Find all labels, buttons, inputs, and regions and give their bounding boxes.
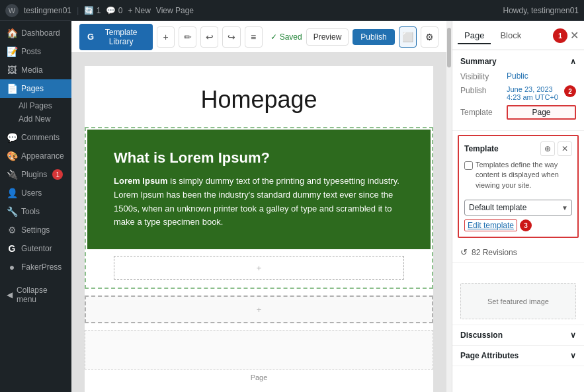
scroll-indicator[interactable] [446, 21, 452, 392]
right-panel: Page Block 1 ✕ Summary ∧ Visibility Publ… [452, 21, 584, 392]
set-featured-image-button[interactable]: Set featured image [460, 283, 576, 319]
admin-bar-viewpage[interactable]: View Page [156, 6, 194, 15]
add-block-area-1[interactable]: + [114, 256, 404, 280]
sidebar-item-appearance[interactable]: 🎨 Appearance [0, 147, 71, 165]
editor-toolbar: G Template Library + ✏ ↩ ↪ ≡ ✓ Saved Pre… [71, 21, 446, 53]
page-view-button[interactable]: ⬜ [399, 26, 417, 48]
template-new-button[interactable]: ⊕ [540, 141, 555, 156]
sidebar-item-comments[interactable]: 💬 Comments [0, 128, 71, 147]
editor-content[interactable]: Homepage What is Lorem Ipsum? Lorem Ipsu… [71, 53, 446, 392]
template-select-wrap: Default template Page Full Width ▼ [464, 200, 572, 216]
template-summary-label: Template [460, 108, 507, 117]
publish-button[interactable]: Publish [353, 29, 394, 45]
plugins-badge: 1 [52, 169, 63, 180]
template-close-button[interactable]: ✕ [558, 141, 572, 156]
discussion-label: Discussion [460, 331, 503, 340]
separator1: | [77, 5, 79, 15]
collapse-menu[interactable]: ◀ Collapse menu [0, 282, 71, 308]
sidebar: 🏠 Dashboard 📝 Posts 🖼 Media 📄 Pages All … [0, 21, 71, 392]
sidebar-item-users[interactable]: 👤 Users [0, 184, 71, 202]
wp-logo: W [5, 4, 19, 17]
featured-image-chevron: ∧ [570, 268, 576, 278]
summary-label: Summary [460, 57, 497, 66]
gutentor-icon: G [7, 243, 17, 254]
edit-template-link[interactable]: Edit template [464, 219, 517, 231]
collapse-label: Collapse menu [17, 286, 65, 304]
sidebar-label-dashboard: Dashboard [21, 28, 60, 38]
sidebar-item-fakerpress[interactable]: ● FakerPress [0, 258, 71, 276]
summary-chevron: ∧ [570, 57, 576, 66]
add-new-link[interactable]: Add New [19, 112, 71, 126]
comments-icon: 💬 [7, 132, 17, 143]
sidebar-item-tools[interactable]: 🔧 Tools [0, 202, 71, 221]
admin-bar-left: W testingmen01 | 🔄 1 💬 0 + New View Page [5, 4, 497, 17]
appearance-icon: 🎨 [7, 151, 17, 161]
badge-2: 2 [564, 85, 576, 97]
template-summary-row: Template Page [460, 105, 576, 120]
green-section-heading: What is Lorem Ipsum? [114, 149, 404, 167]
list-view-button[interactable]: ≡ [245, 26, 263, 48]
featured-image-title[interactable]: Featured image ∧ [460, 268, 576, 278]
panel-close-button[interactable]: ✕ [570, 29, 579, 42]
scroll-thumb [447, 28, 451, 67]
template-description: Templates define the way content is disp… [476, 160, 572, 190]
template-select[interactable]: Default template Page Full Width [464, 200, 572, 216]
publish-value[interactable]: June 23, 2023 4:23 am UTC+0 [507, 85, 562, 101]
visibility-value[interactable]: Public [507, 71, 576, 81]
template-popup-header: Template ⊕ ✕ [464, 141, 572, 156]
add-block-area-2[interactable]: + [85, 295, 433, 323]
admin-bar-comments[interactable]: 💬 0 [106, 6, 122, 15]
pages-icon: 📄 [7, 83, 17, 94]
fakerpress-icon: ● [7, 262, 17, 272]
sidebar-label-settings: Settings [21, 225, 50, 235]
redo-button[interactable]: ↪ [222, 26, 240, 48]
green-section: What is Lorem Ipsum? Lorem Ipsum is simp… [87, 130, 431, 249]
admin-bar-new[interactable]: + New [128, 6, 151, 15]
all-pages-link[interactable]: All Pages [19, 99, 71, 112]
site-name[interactable]: testingmen01 [24, 6, 71, 15]
sidebar-label-pages: Pages [21, 84, 44, 93]
sidebar-item-plugins[interactable]: 🔌 Plugins 1 [0, 165, 71, 184]
page-attributes-section[interactable]: Page Attributes ∨ [452, 346, 584, 366]
badge-1: 1 [553, 28, 567, 43]
template-popup-title: Template [464, 144, 499, 153]
saved-status: ✓ Saved [271, 32, 302, 42]
revisions-row[interactable]: ↺ 82 Revisions [452, 242, 584, 263]
sidebar-item-pages[interactable]: 📄 Pages [0, 79, 71, 98]
collapse-icon: ◀ [7, 290, 13, 299]
sidebar-label-fakerpress: FakerPress [21, 262, 62, 272]
tab-page[interactable]: Page [458, 28, 491, 44]
sidebar-item-settings[interactable]: ⚙ Settings [0, 221, 71, 239]
publish-row: Publish June 23, 2023 4:23 am UTC+0 2 [460, 85, 576, 101]
sidebar-label-appearance: Appearance [21, 151, 64, 161]
template-summary-value[interactable]: Page [507, 105, 576, 120]
add-block-plus-1: + [257, 263, 262, 273]
user-greeting: Howdy, testingmen01 [503, 6, 579, 15]
tab-block[interactable]: Block [493, 28, 528, 44]
featured-image-section: Featured image ∧ Set featured image [452, 263, 584, 325]
sidebar-item-media[interactable]: 🖼 Media [0, 61, 71, 79]
settings-gear-button[interactable]: ⚙ [421, 26, 438, 48]
edit-button[interactable]: ✏ [179, 26, 196, 48]
summary-title[interactable]: Summary ∧ [460, 57, 576, 66]
undo-button[interactable]: ↩ [200, 26, 218, 48]
posts-icon: 📝 [7, 46, 17, 57]
discussion-section[interactable]: Discussion ∨ [452, 325, 584, 346]
sidebar-item-posts[interactable]: 📝 Posts [0, 42, 71, 61]
pages-submenu: All Pages Add New [0, 98, 71, 128]
add-block-button[interactable]: + [157, 26, 175, 48]
sidebar-item-gutentor[interactable]: G Gutentor [0, 239, 71, 258]
template-library-button[interactable]: G Template Library [79, 24, 153, 50]
admin-bar-updates[interactable]: 🔄 1 [84, 6, 101, 15]
template-library-label: Template Library [97, 28, 145, 46]
main-layout: 🏠 Dashboard 📝 Posts 🖼 Media 📄 Pages All … [0, 21, 584, 392]
gear-icon: ⚙ [425, 32, 434, 42]
template-checkbox[interactable] [464, 161, 473, 170]
preview-button[interactable]: Preview [306, 28, 349, 46]
sidebar-item-dashboard[interactable]: 🏠 Dashboard [0, 24, 71, 42]
page-label: Page [85, 371, 433, 384]
template-popup-actions: ⊕ ✕ [540, 141, 572, 156]
dashed-section [85, 330, 433, 370]
summary-section: Summary ∧ Visibility Public Publish June… [452, 50, 584, 131]
featured-image-label: Featured image [460, 268, 519, 278]
